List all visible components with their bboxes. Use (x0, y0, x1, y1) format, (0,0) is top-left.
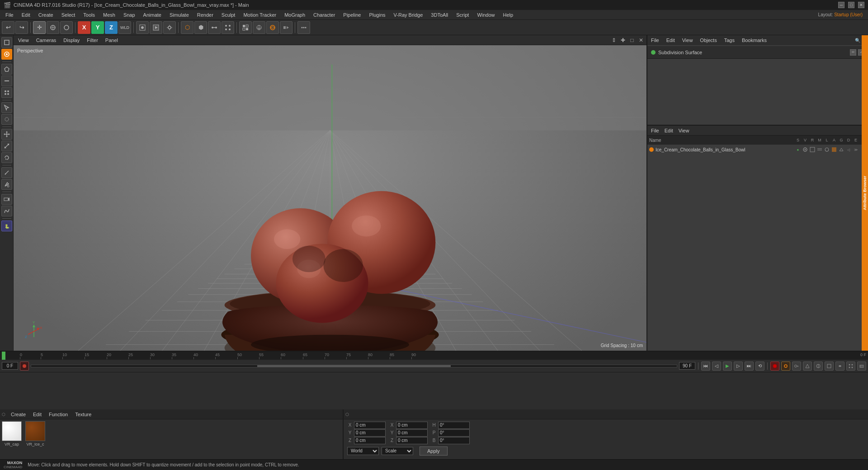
display-filter-button[interactable] (239, 21, 252, 34)
edge-select-button[interactable] (1, 75, 12, 86)
obj-icon-e[interactable]: ≫ (853, 146, 859, 153)
close-button[interactable]: ✕ (858, 2, 864, 8)
z-mode-button[interactable]: Z (105, 21, 118, 34)
rotate-button[interactable] (1, 152, 12, 163)
coord-y-input[interactable] (354, 429, 386, 437)
coord-y2-input[interactable] (396, 429, 428, 437)
rotate-tool-button[interactable] (60, 21, 73, 34)
redo-button[interactable]: ↪ (15, 21, 28, 34)
subdivision-surface-item[interactable]: Subdivision Surface ✏ ✓ (647, 46, 868, 59)
camera-button[interactable] (1, 194, 12, 205)
menu-file[interactable]: File (2, 11, 17, 19)
tl-scale-key-button[interactable] (825, 362, 834, 371)
menu-edit[interactable]: Edit (18, 11, 34, 19)
coord-p-input[interactable] (438, 429, 470, 437)
python-button[interactable]: 🐍 (1, 221, 12, 231)
move-button[interactable] (1, 129, 12, 140)
texture-mode-button[interactable] (1, 49, 12, 60)
world-dropdown[interactable]: World Object (347, 447, 379, 455)
extras-button[interactable] (297, 21, 310, 34)
viewport-cameras-menu[interactable]: Cameras (33, 37, 59, 44)
y-mode-button[interactable]: Y (91, 21, 104, 34)
menu-mograph[interactable]: MoGraph (281, 11, 309, 19)
menu-plugins[interactable]: Plugins (365, 11, 389, 19)
render-settings-button[interactable] (163, 21, 176, 34)
polygon-mode-button[interactable]: ⬢ (194, 21, 207, 34)
scale-dropdown[interactable]: Scale (382, 447, 413, 455)
paint-button[interactable] (1, 179, 12, 190)
point-mode-button[interactable] (222, 21, 234, 34)
tl-step-back-button[interactable]: ◁ (712, 362, 721, 371)
tl-loop-button[interactable]: ⟲ (755, 362, 764, 371)
coord-x-input[interactable] (354, 422, 386, 429)
edge-mode-button[interactable] (208, 21, 221, 34)
menu-pipeline[interactable]: Pipeline (340, 11, 364, 19)
viewport-close-icon[interactable]: ✕ (637, 37, 645, 44)
menu-3dtoall[interactable]: 3DToAll (427, 11, 452, 19)
menu-tools[interactable]: Tools (80, 11, 99, 19)
scene-view-menu[interactable]: View (677, 127, 691, 134)
obj-icon-d[interactable]: ◁ (845, 146, 852, 153)
viewport-display-menu[interactable]: Display (61, 37, 82, 44)
subdiv-icon-1[interactable]: ✏ (850, 49, 856, 56)
obj-icon-g[interactable] (838, 146, 844, 153)
menu-vray-bridge[interactable]: V-Ray Bridge (390, 11, 427, 19)
viewport-area[interactable]: View Cameras Display Filter Panel ⇕ ✚ □ … (14, 35, 646, 351)
tl-frame-right[interactable]: 90 F (679, 362, 695, 370)
tl-param-key-button[interactable] (835, 362, 844, 371)
obj-mgr-view[interactable]: View (680, 37, 695, 44)
menu-snap[interactable]: Snap (120, 11, 139, 19)
viewport-view-menu[interactable]: View (15, 37, 32, 44)
point-select-button[interactable] (1, 87, 12, 98)
tl-frame-left[interactable]: 0 F (2, 362, 18, 370)
tl-record-mode-button[interactable] (770, 362, 779, 371)
viewport-lock-icon[interactable]: ⇕ (610, 37, 618, 44)
tl-record-button[interactable] (20, 362, 29, 371)
tl-progress-bar[interactable] (31, 365, 677, 367)
obj-icon-v[interactable] (802, 146, 808, 153)
coord-b-input[interactable] (438, 437, 470, 444)
mat-create-menu[interactable]: Create (9, 411, 28, 418)
scene-objects-button[interactable] (266, 21, 279, 34)
viewport-settings-button[interactable] (253, 21, 265, 34)
apply-button[interactable]: Apply (420, 446, 448, 456)
obj-icon-s[interactable]: ● (795, 146, 801, 153)
menu-script[interactable]: Script (453, 11, 472, 19)
maximize-button[interactable]: □ (848, 2, 854, 8)
world-button[interactable]: WLD (118, 21, 131, 34)
select-object-button[interactable] (1, 102, 12, 113)
material-item-2[interactable]: VR_Ice_c (25, 421, 45, 446)
right-side-tab[interactable]: Attribute Browser (862, 35, 868, 351)
menu-animate[interactable]: Animate (140, 11, 165, 19)
tl-pos-key-button[interactable] (803, 362, 812, 371)
object-mode-button[interactable]: ⬡ (181, 21, 193, 34)
viewport-filter-menu[interactable]: Filter (84, 37, 100, 44)
tl-step-fwd-button[interactable]: ▷ (734, 362, 743, 371)
x-mode-button[interactable]: X (78, 21, 90, 34)
tl-play-button[interactable]: ▶ (723, 362, 732, 371)
model-mode-button[interactable] (1, 37, 12, 48)
mat-texture-menu[interactable]: Texture (73, 411, 93, 418)
tl-key-button[interactable] (792, 362, 801, 371)
obj-mgr-edit[interactable]: Edit (665, 37, 677, 44)
scene-edit-menu[interactable]: Edit (663, 127, 675, 134)
tl-go-end-button[interactable]: ⏭ (745, 362, 754, 371)
obj-mgr-objects[interactable]: Objects (698, 37, 718, 44)
shader-button[interactable] (280, 21, 292, 34)
coord-z-input[interactable] (354, 437, 386, 444)
scene-file-menu[interactable]: File (649, 127, 661, 134)
tl-timeline-button[interactable] (857, 362, 866, 371)
obj-icon-l[interactable] (824, 146, 830, 153)
obj-icon-m[interactable] (816, 146, 823, 153)
obj-mgr-tags[interactable]: Tags (722, 37, 736, 44)
menu-motion-tracker[interactable]: Motion Tracker (240, 11, 280, 19)
scale-button[interactable] (1, 141, 12, 151)
viewport-maximize-icon[interactable]: □ (628, 37, 636, 44)
coord-z2-input[interactable] (396, 437, 428, 444)
knife-button[interactable] (1, 167, 12, 178)
obj-mgr-file[interactable]: File (649, 37, 661, 44)
scale-tool-button[interactable] (47, 21, 59, 34)
menu-sculpt[interactable]: Sculpt (218, 11, 239, 19)
menu-character[interactable]: Character (310, 11, 339, 19)
menu-window[interactable]: Window (473, 11, 498, 19)
